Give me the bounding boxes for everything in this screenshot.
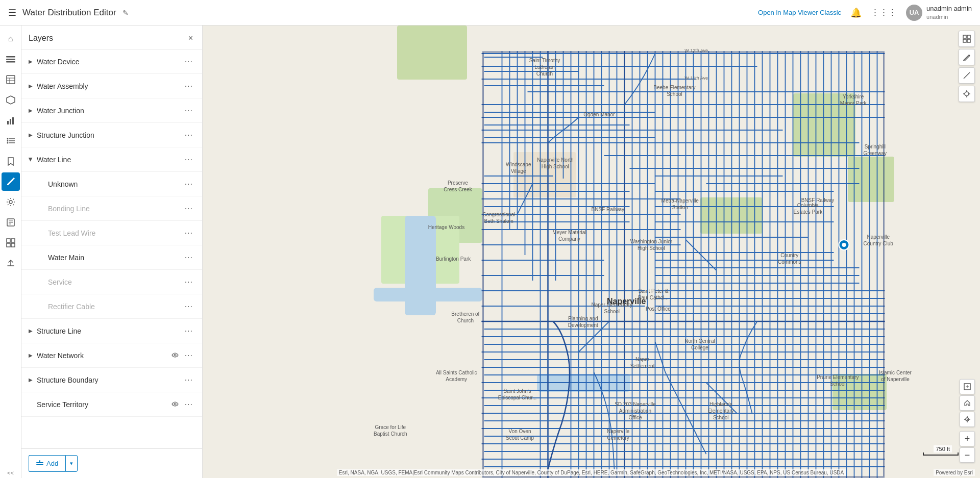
layer-more-icon-structure-junction[interactable]: ··· <box>183 130 195 141</box>
zoom-in-btn[interactable]: + <box>960 431 975 446</box>
layer-more-icon-water-assembly[interactable]: ··· <box>183 81 195 92</box>
svg-rect-8 <box>7 121 9 124</box>
layer-more-icon-structure-boundary[interactable]: ··· <box>183 374 195 386</box>
sidebar-chart-btn[interactable] <box>2 111 20 130</box>
layer-expand-icon-water-junction: ▶ <box>29 108 33 113</box>
layer-more-icon-water-main[interactable]: ··· <box>183 252 195 263</box>
layer-actions-service: ··· <box>183 276 195 288</box>
measure-tool-btn[interactable] <box>959 67 975 84</box>
layer-more-icon-unknown[interactable]: ··· <box>183 179 195 190</box>
edit-title-icon[interactable]: ✎ <box>122 9 129 17</box>
sidebar-edit-btn[interactable] <box>2 172 20 191</box>
layer-item-service-territory[interactable]: ▶ Service Territory ··· <box>21 392 202 417</box>
layer-name-structure-line: Structure Line <box>37 327 183 335</box>
layer-more-icon-test-lead-wire[interactable]: ··· <box>183 228 195 239</box>
zoom-out-btn[interactable]: − <box>960 447 975 463</box>
layer-actions-water-junction: ··· <box>183 105 195 116</box>
layer-item-structure-boundary[interactable]: ▶ Structure Boundary ··· <box>21 368 202 392</box>
layers-panel: Layers × ▶ Water Device ··· ▶ Water Asse… <box>21 26 203 478</box>
map-container[interactable]: Naperville Saint TimothyLutheranChurch B… <box>203 26 980 478</box>
layer-actions-rectifier-cable: ··· <box>183 301 195 312</box>
layer-expand-icon-water-device: ▶ <box>29 59 33 64</box>
layer-expand-icon-water-line: ▶ <box>28 158 34 162</box>
notification-icon[interactable]: 🔔 <box>850 7 862 18</box>
layers-list: ▶ Water Device ··· ▶ Water Assembly ··· … <box>21 49 202 448</box>
add-layer-dropdown-btn[interactable]: ▾ <box>65 455 78 472</box>
draw-tool-btn[interactable] <box>959 49 975 65</box>
layer-item-service[interactable]: ▶ Service ··· <box>21 270 202 294</box>
layer-item-water-assembly[interactable]: ▶ Water Assembly ··· <box>21 74 202 98</box>
layer-expand-icon-structure-line: ▶ <box>29 328 33 334</box>
layer-more-icon-service[interactable]: ··· <box>183 276 195 288</box>
layer-more-icon-water-junction[interactable]: ··· <box>183 105 195 116</box>
layer-item-water-junction[interactable]: ▶ Water Junction ··· <box>21 98 202 123</box>
layer-more-icon-water-network[interactable]: ··· <box>183 350 195 361</box>
sidebar-grid-btn[interactable] <box>2 234 20 252</box>
sidebar-settings-btn[interactable] <box>2 193 20 211</box>
layer-more-icon-service-territory[interactable]: ··· <box>183 399 195 410</box>
layer-visibility-icon-service-territory[interactable] <box>170 399 180 409</box>
user-info[interactable]: UA unadmin admin unadmin <box>906 5 972 21</box>
properties-tool-btn[interactable] <box>959 31 975 47</box>
svg-rect-24 <box>7 243 10 247</box>
layer-more-icon-structure-line[interactable]: ··· <box>183 325 195 337</box>
layer-actions-bonding-line: ··· <box>183 203 195 214</box>
layer-item-structure-junction[interactable]: ▶ Structure Junction ··· <box>21 123 202 147</box>
layer-item-rectifier-cable[interactable]: ▶ Rectifier Cable ··· <box>21 294 202 319</box>
layers-close-btn[interactable]: × <box>186 33 195 44</box>
svg-rect-155 <box>967 39 970 42</box>
layer-name-water-main: Water Main <box>48 254 183 262</box>
user-text: unadmin admin unadmin <box>926 5 972 20</box>
map-locate-btn[interactable] <box>960 412 975 427</box>
distance-label: 750 ft <box>934 445 952 452</box>
layer-name-unknown: Unknown <box>48 180 183 188</box>
layer-item-bonding-line[interactable]: ▶ Bonding Line ··· <box>21 196 202 221</box>
layer-item-test-lead-wire[interactable]: ▶ Test Lead Wire ··· <box>21 221 202 245</box>
layer-visibility-icon-water-network[interactable] <box>170 350 180 360</box>
svg-point-15 <box>7 142 8 144</box>
svg-rect-9 <box>10 119 11 124</box>
sidebar-layers-btn[interactable] <box>2 50 20 68</box>
layer-name-water-device: Water Device <box>37 58 183 66</box>
sidebar-list-btn[interactable] <box>2 132 20 150</box>
avatar: UA <box>906 5 922 21</box>
sidebar-icon-rail: ⌂ << <box>0 26 21 478</box>
layer-item-water-main[interactable]: ▶ Water Main ··· <box>21 245 202 270</box>
layer-item-water-device[interactable]: ▶ Water Device ··· <box>21 49 202 74</box>
svg-rect-22 <box>7 239 10 242</box>
layer-actions-structure-line: ··· <box>183 325 195 337</box>
layer-item-unknown[interactable]: ▶ Unknown ··· <box>21 172 202 196</box>
menu-icon[interactable]: ☰ <box>8 7 16 18</box>
scale-bar <box>923 452 959 456</box>
sidebar-home-btn[interactable]: ⌂ <box>2 30 20 48</box>
open-map-viewer-link[interactable]: Open in Map Viewer Classic <box>758 9 841 16</box>
sidebar-table-btn[interactable] <box>2 70 20 89</box>
add-layer-btn[interactable]: Add <box>29 455 65 472</box>
sidebar-share-btn[interactable] <box>2 254 20 272</box>
layer-name-test-lead-wire: Test Lead Wire <box>48 229 183 237</box>
layer-item-water-network[interactable]: ▶ Water Network ··· <box>21 343 202 368</box>
layer-more-icon-bonding-line[interactable]: ··· <box>183 203 195 214</box>
sidebar-forms-btn[interactable] <box>2 213 20 232</box>
layer-item-water-line[interactable]: ▶ Water Line ··· <box>21 147 202 172</box>
layer-more-icon-rectifier-cable[interactable]: ··· <box>183 301 195 312</box>
sidebar-bookmark-btn[interactable] <box>2 152 20 170</box>
layer-more-icon-water-device[interactable]: ··· <box>183 56 195 67</box>
snapping-tool-btn[interactable] <box>959 86 975 102</box>
right-toolbar <box>959 31 975 102</box>
layer-name-bonding-line: Bonding Line <box>48 205 183 213</box>
collapse-sidebar-btn[interactable]: << <box>5 468 16 478</box>
layer-item-structure-line[interactable]: ▶ Structure Line ··· <box>21 319 202 343</box>
layer-expand-icon-water-assembly: ▶ <box>29 83 33 89</box>
sidebar-analysis-btn[interactable] <box>2 91 20 109</box>
svg-rect-10 <box>12 117 14 124</box>
svg-rect-152 <box>963 35 966 38</box>
svg-line-158 <box>967 74 968 76</box>
map-home-btn[interactable] <box>960 395 975 411</box>
apps-grid-icon[interactable]: ⋮⋮⋮ <box>871 7 897 18</box>
svg-rect-0 <box>6 56 15 58</box>
app-header: ☰ Water Distribution Editor ✎ Open in Ma… <box>0 0 980 26</box>
layer-actions-test-lead-wire: ··· <box>183 228 195 239</box>
map-default-extent-btn[interactable] <box>960 379 975 394</box>
layer-more-icon-water-line[interactable]: ··· <box>183 154 195 165</box>
